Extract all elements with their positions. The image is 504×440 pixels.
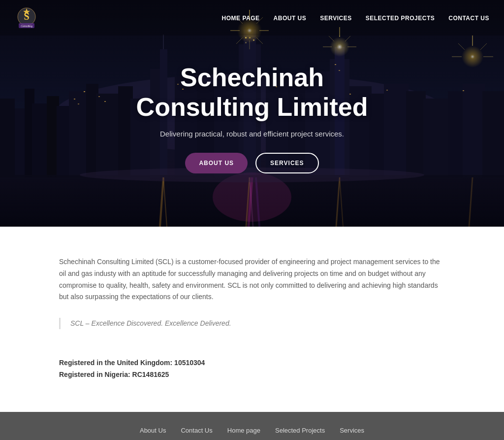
svg-rect-67 [98, 96, 100, 97]
quote-block: SCL – Excellence Discovered. Excellence … [59, 318, 445, 329]
footer-item-projects[interactable]: Selected Projects [275, 426, 325, 435]
footer-item-home[interactable]: Home page [227, 426, 260, 435]
svg-rect-60 [423, 99, 450, 177]
logo-icon: S Consulting [15, 6, 38, 30]
svg-rect-15 [96, 94, 121, 177]
registration-info: Registered in the United Kingdom: 105103… [59, 359, 445, 378]
nav-item-services[interactable]: SERVICES [320, 13, 351, 22]
svg-rect-52 [384, 84, 409, 177]
svg-text:Consulting: Consulting [21, 25, 32, 28]
hero-content: Schechinah Consulting Limited Delivering… [126, 63, 378, 174]
footer-links: About Us Contact Us Home page Selected P… [0, 426, 504, 435]
svg-rect-61 [448, 91, 465, 177]
svg-point-53 [462, 46, 483, 68]
svg-rect-7 [0, 99, 15, 177]
svg-rect-63 [482, 91, 504, 177]
footer-item-contact[interactable]: Contact Us [181, 426, 212, 435]
company-description: Schechinah Consulting Limited (SCL) is a… [59, 256, 445, 303]
svg-rect-10 [32, 103, 49, 177]
svg-rect-66 [84, 91, 85, 92]
hero-subtitle: Delivering practical, robust and efficie… [136, 130, 368, 138]
nav-item-about[interactable]: ABOUT US [274, 13, 307, 22]
nav-links: HOME PAGE ABOUT US SERVICES SELECTED PRO… [222, 13, 489, 22]
footer: About Us Contact Us Home page Selected P… [0, 412, 504, 440]
nav-item-home[interactable]: HOME PAGE [222, 13, 260, 22]
nav-item-projects[interactable]: SELECTED PROJECTS [366, 13, 435, 22]
svg-rect-68 [104, 101, 106, 102]
svg-rect-77 [463, 90, 464, 91]
svg-rect-62 [463, 84, 485, 177]
nav-item-contact[interactable]: CONTACT US [448, 13, 489, 22]
svg-rect-76 [386, 90, 388, 91]
footer-item-services[interactable]: Services [340, 426, 364, 435]
services-button[interactable]: SERVICES [255, 153, 318, 173]
reg-uk: Registered in the United Kingdom: 105103… [59, 359, 445, 367]
hero-buttons: ABOUT US SERVICES [136, 153, 368, 173]
logo[interactable]: S Consulting [15, 6, 38, 30]
svg-rect-64 [74, 99, 75, 100]
hero-title: Schechinah Consulting Limited [136, 63, 368, 122]
svg-rect-65 [78, 103, 79, 104]
navbar: S Consulting HOME PAGE ABOUT US SERVICES… [0, 0, 504, 35]
footer-item-about[interactable]: About Us [140, 426, 166, 435]
about-us-button[interactable]: ABOUT US [185, 153, 248, 173]
quote-text: SCL – Excellence Discovered. Excellence … [70, 318, 445, 329]
main-section: Schechinah Consulting Limited (SCL) is a… [0, 227, 504, 412]
reg-ng: Registered in Nigeria: RC1481625 [59, 371, 445, 378]
svg-rect-59 [406, 91, 426, 177]
